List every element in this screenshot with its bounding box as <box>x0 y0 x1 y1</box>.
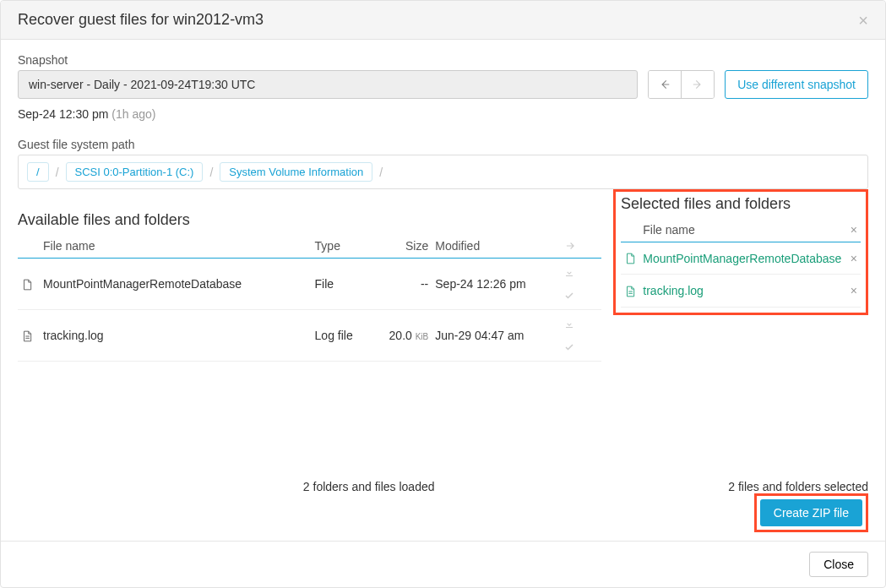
modal-title: Recover guest files for win2012-vm3 <box>18 11 264 29</box>
file-name: tracking.log <box>639 275 845 307</box>
remove-icon[interactable]: × <box>851 284 857 297</box>
selected-highlight: Selected files and folders File name × M… <box>613 189 868 315</box>
breadcrumb-folder[interactable]: System Volume Information <box>220 162 372 182</box>
selected-table: File name × MountPointManagerRemoteDatab… <box>621 218 861 308</box>
loaded-count: 2 folders and files loaded <box>18 480 452 493</box>
action-row: Create ZIP file <box>18 493 868 541</box>
svg-rect-1 <box>566 327 573 328</box>
snapshot-row: Use different snapshot <box>18 70 868 99</box>
col-modified[interactable]: Modified <box>432 234 561 259</box>
available-table: File name Type Size Modified MountPointM… <box>18 234 601 362</box>
modal-footer: Close <box>1 541 885 587</box>
file-icon <box>21 276 33 290</box>
remove-all-icon[interactable]: × <box>851 223 857 237</box>
close-button[interactable]: Close <box>809 552 868 577</box>
breadcrumb-separator: / <box>56 166 59 179</box>
breadcrumb-partition[interactable]: SCSI 0:0-Partition-1 (C:) <box>66 162 204 182</box>
breadcrumb: / / SCSI 0:0-Partition-1 (C:) / System V… <box>18 155 868 189</box>
add-all-icon[interactable] <box>564 240 598 252</box>
timestamp-ago: (1h ago) <box>111 107 155 121</box>
table-row[interactable]: tracking.logLog file20.0 KiBJun-29 04:47… <box>18 310 601 362</box>
check-icon[interactable] <box>564 342 598 352</box>
file-size: 20.0 KiB <box>371 310 432 362</box>
prev-snapshot-button[interactable] <box>649 71 681 98</box>
selected-pane: Selected files and folders File name × M… <box>613 189 868 480</box>
breadcrumb-separator: / <box>209 166 213 179</box>
download-icon[interactable] <box>564 318 598 329</box>
footer-counts: 2 folders and files loaded 2 files and f… <box>18 480 868 493</box>
check-icon[interactable] <box>564 291 598 301</box>
file-type: File <box>312 259 371 310</box>
arrow-right-icon <box>692 79 704 90</box>
next-snapshot-button[interactable] <box>681 71 714 98</box>
col-selected-file-name[interactable]: File name <box>639 218 845 242</box>
create-zip-highlight: Create ZIP file <box>754 493 868 532</box>
use-different-snapshot-button[interactable]: Use different snapshot <box>725 70 868 99</box>
file-name: tracking.log <box>40 310 312 362</box>
document-icon <box>624 283 636 297</box>
file-type: Log file <box>312 310 371 362</box>
recover-guest-files-modal: Recover guest files for win2012-vm3 × Sn… <box>0 0 886 588</box>
table-row[interactable]: tracking.log× <box>621 275 861 307</box>
available-title: Available files and folders <box>18 211 601 229</box>
arrow-left-icon <box>659 79 671 90</box>
col-file-name[interactable]: File name <box>40 234 312 259</box>
download-icon[interactable] <box>564 267 598 277</box>
file-size: -- <box>371 259 432 310</box>
available-pane: Available files and folders File name Ty… <box>18 189 601 480</box>
main-area: Available files and folders File name Ty… <box>18 189 868 480</box>
col-type[interactable]: Type <box>312 234 371 259</box>
selected-title: Selected files and folders <box>621 195 861 213</box>
snapshot-nav-group <box>648 70 715 99</box>
breadcrumb-root[interactable]: / <box>27 162 49 182</box>
close-icon[interactable]: × <box>858 12 868 29</box>
create-zip-button[interactable]: Create ZIP file <box>760 499 862 526</box>
snapshot-label: Snapshot <box>18 53 868 67</box>
table-row[interactable]: MountPointManagerRemoteDatabase× <box>621 242 861 275</box>
col-size[interactable]: Size <box>371 234 432 259</box>
snapshot-timestamp: Sep-24 12:30 pm (1h ago) <box>18 107 868 121</box>
file-name: MountPointManagerRemoteDatabase <box>639 242 845 275</box>
path-label: Guest file system path <box>18 138 868 151</box>
document-icon <box>21 328 33 341</box>
breadcrumb-separator: / <box>379 166 383 179</box>
file-modified: Jun-29 04:47 am <box>432 310 561 362</box>
snapshot-input <box>18 70 638 99</box>
svg-rect-0 <box>566 275 573 276</box>
file-icon <box>624 251 636 264</box>
file-modified: Sep-24 12:26 pm <box>432 259 561 310</box>
timestamp-text: Sep-24 12:30 pm <box>18 107 108 121</box>
table-row[interactable]: MountPointManagerRemoteDatabaseFile--Sep… <box>18 259 601 310</box>
selected-count: 2 files and folders selected <box>452 480 869 493</box>
file-name: MountPointManagerRemoteDatabase <box>40 259 312 310</box>
remove-icon[interactable]: × <box>851 252 857 265</box>
modal-body: Snapshot Use different snapshot Sep-24 1… <box>1 40 885 541</box>
modal-header: Recover guest files for win2012-vm3 × <box>1 1 885 40</box>
